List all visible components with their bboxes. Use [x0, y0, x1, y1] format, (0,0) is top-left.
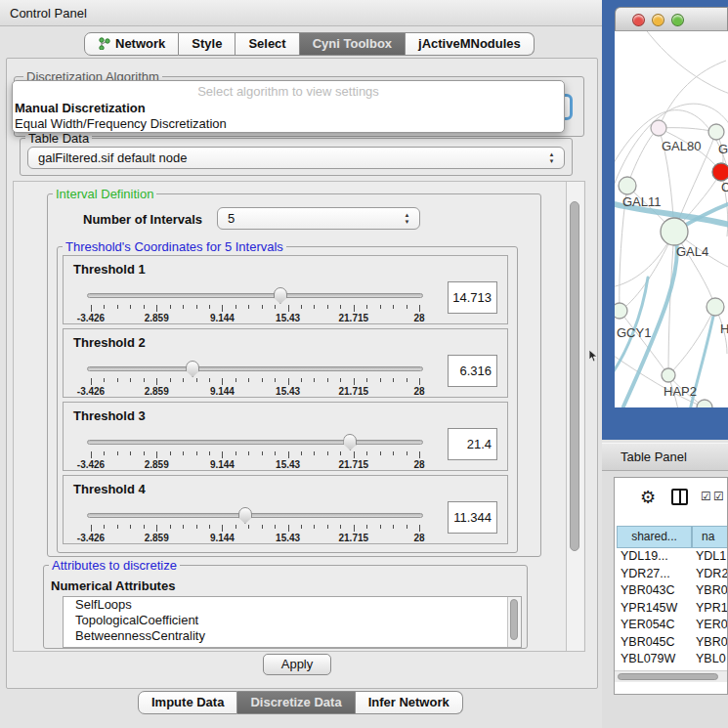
cell-name[interactable]: YBR0: [692, 634, 728, 652]
threshold-value-box[interactable]: 6.316: [448, 355, 497, 387]
table-rows[interactable]: YDL19...YDL1YDR27...YDR2YBR043CYBR0YPR14…: [615, 548, 728, 670]
slider-handle[interactable]: [238, 507, 252, 524]
tab-cyni-toolbox[interactable]: Cyni Toolbox: [300, 32, 406, 56]
checkbox-icon[interactable]: ☑: [701, 490, 711, 503]
slider-track[interactable]: [87, 440, 423, 445]
table-row[interactable]: YBR043CYBR0: [615, 582, 728, 600]
apply-button[interactable]: Apply: [263, 654, 331, 675]
table-row[interactable]: YDL19...YDL1: [615, 548, 728, 566]
table-row[interactable]: YBR045CYBR0: [615, 634, 728, 652]
horizontal-scrollbar[interactable]: [615, 670, 727, 682]
network-node[interactable]: [708, 124, 724, 140]
slider-track[interactable]: [87, 513, 423, 518]
threshold-slider[interactable]: -3.4262.8599.14415.4321.71528: [87, 362, 423, 395]
tick-mark: [393, 451, 394, 455]
tick-mark: [340, 525, 341, 529]
threshold-value-box[interactable]: 11.344: [448, 501, 497, 534]
checkbox-icon[interactable]: ☑: [713, 490, 724, 503]
tab-infer-network[interactable]: Infer Network: [356, 691, 463, 714]
cell-shared-name[interactable]: YBR043C: [615, 582, 692, 600]
cell-shared-name[interactable]: YBL079W: [615, 651, 692, 668]
tick-mark: [156, 378, 157, 385]
tab-select[interactable]: Select: [236, 32, 299, 56]
attributes-list-scrollbar-thumb[interactable]: [510, 599, 518, 640]
table-row[interactable]: YDR27...YDR2: [615, 566, 728, 583]
tick-mark: [393, 305, 394, 309]
network-node[interactable]: [651, 120, 666, 136]
tick-mark: [248, 525, 249, 529]
cell-name[interactable]: YDR2: [692, 566, 728, 583]
tick-mark: [393, 378, 394, 382]
network-canvas[interactable]: GAL80GCGAL11GAL4GCY1HHAP2: [615, 31, 728, 407]
network-node[interactable]: [707, 298, 724, 316]
cell-name[interactable]: YPR1: [692, 600, 728, 618]
cell-shared-name[interactable]: YDL19...: [615, 548, 692, 566]
tick-mark: [262, 525, 263, 529]
tab-jactivemnodules[interactable]: jActiveMNodules: [406, 32, 535, 56]
cell-shared-name[interactable]: YPR145W: [615, 600, 692, 618]
cell-name[interactable]: YBR0: [692, 582, 728, 600]
tab-impute-data[interactable]: Impute Data: [138, 691, 237, 714]
network-node[interactable]: [661, 218, 688, 245]
threshold-label: Threshold 4: [73, 482, 146, 496]
threshold-slider[interactable]: -3.4262.8599.14415.4321.71528: [87, 508, 423, 541]
attribute-list-item[interactable]: BetweennessCentrality: [64, 628, 521, 644]
scale-tick-label: 9.144: [210, 386, 235, 397]
table-data-combobox[interactable]: galFiltered.sif default node ▲▼: [27, 147, 565, 169]
tick-mark: [354, 305, 355, 312]
cell-shared-name[interactable]: YBR045C: [615, 634, 692, 652]
column-header-name[interactable]: na: [692, 526, 728, 548]
cell-name[interactable]: YBL0: [692, 651, 726, 668]
network-nodes[interactable]: GAL80GCGAL11GAL4GCY1HHAP2: [615, 120, 728, 407]
vertical-scrollbar-thumb[interactable]: [570, 201, 579, 551]
cell-name[interactable]: YDL1: [692, 548, 726, 566]
horizontal-scrollbar-thumb[interactable]: [618, 673, 718, 680]
tick-mark: [183, 378, 184, 382]
maximize-traffic-light-icon[interactable]: [671, 14, 684, 26]
tab-style[interactable]: Style: [179, 32, 236, 56]
network-window-titlebar[interactable]: [615, 7, 728, 31]
settings-gear-icon[interactable]: ⚙: [640, 487, 656, 508]
attributes-list-scrollbar[interactable]: [507, 597, 521, 647]
slider-track[interactable]: [87, 366, 423, 371]
tab-discretize-data[interactable]: Discretize Data: [237, 691, 355, 714]
table-row[interactable]: YBL079WYBL0: [615, 651, 728, 668]
close-traffic-light-icon[interactable]: [632, 14, 645, 26]
table-row[interactable]: YER054CYER0: [615, 617, 728, 634]
network-node[interactable]: [615, 303, 627, 319]
tick-mark: [91, 305, 92, 312]
vertical-scrollbar[interactable]: [566, 182, 583, 651]
number-of-intervals-combobox[interactable]: 5 ▲▼: [217, 207, 420, 230]
tick-mark: [288, 305, 289, 312]
threshold-slider[interactable]: -3.4262.8599.14415.4321.71528: [87, 288, 423, 321]
network-node[interactable]: [662, 368, 675, 382]
slider-handle[interactable]: [186, 361, 199, 377]
network-node[interactable]: [712, 163, 728, 181]
algorithm-option-manual[interactable]: Manual Discretization: [15, 101, 562, 115]
tick-mark: [130, 451, 131, 455]
slider-handle[interactable]: [343, 434, 357, 450]
attribute-list-item[interactable]: TopologicalCoefficient: [64, 613, 521, 628]
threshold-slider[interactable]: -3.4262.8599.14415.4321.71528: [87, 435, 423, 468]
columns-icon[interactable]: [671, 489, 688, 505]
minimize-traffic-light-icon[interactable]: [652, 14, 664, 26]
algorithm-dropdown-popup: Select algorithm to view settings Manual…: [12, 80, 565, 133]
numerical-attributes-list[interactable]: SelfLoopsTopologicalCoefficientBetweenne…: [63, 596, 522, 648]
cell-shared-name[interactable]: YER054C: [615, 617, 692, 634]
scale-tick-label: 2.859: [145, 459, 169, 470]
slider-handle[interactable]: [274, 287, 287, 304]
attribute-list-item[interactable]: SelfLoops: [64, 597, 521, 613]
slider-track[interactable]: [87, 293, 423, 298]
table-row[interactable]: YPR145WYPR1: [615, 600, 728, 618]
tab-network[interactable]: Network: [84, 32, 179, 56]
network-node[interactable]: [619, 177, 636, 194]
algorithm-option-equal-width[interactable]: Equal Width/Frequency Discretization: [15, 116, 562, 131]
cell-name[interactable]: YER0: [692, 617, 728, 634]
cell-shared-name[interactable]: YDR27...: [615, 566, 692, 583]
threshold-value-box[interactable]: 21.4: [448, 428, 497, 460]
threshold-panels: Threshold 1 -3.4262.8599.14415.4321.7152…: [63, 255, 508, 548]
column-header-shared-name[interactable]: shared...: [617, 526, 692, 548]
network-node[interactable]: [697, 400, 712, 407]
threshold-value-box[interactable]: 14.713: [448, 281, 497, 314]
bottom-tab-bar: Impute Data Discretize Data Infer Networ…: [138, 691, 463, 714]
